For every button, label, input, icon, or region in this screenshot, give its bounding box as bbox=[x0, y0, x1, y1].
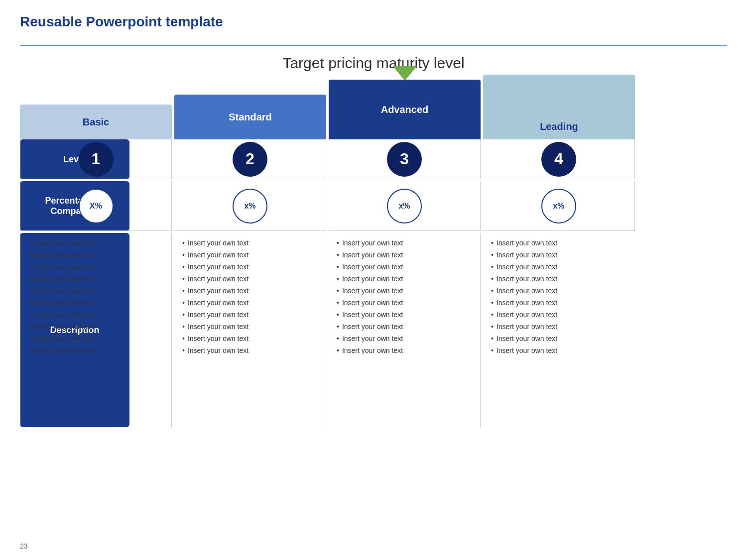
bullet: • bbox=[491, 251, 494, 259]
list-item: • Insert your own text bbox=[337, 299, 472, 307]
list-item: • Insert your own text bbox=[182, 323, 318, 331]
pct-circle-leading: x% bbox=[541, 189, 576, 224]
column-leading: Leading 4 x% • Insert your own text • In… bbox=[483, 75, 635, 530]
bullet: • bbox=[337, 251, 339, 259]
level-cell-leading: 4 bbox=[483, 139, 635, 179]
list-item: • Insert your own text bbox=[28, 323, 163, 331]
list-item: • Insert your own text bbox=[28, 251, 163, 259]
list-item: • Insert your own text bbox=[28, 239, 163, 247]
bullet: • bbox=[337, 299, 339, 307]
list-item: • Insert your own text bbox=[182, 287, 318, 295]
list-item: • Insert your own text bbox=[28, 275, 163, 283]
level-circle-1: 1 bbox=[79, 142, 114, 177]
list-item: • Insert your own text bbox=[491, 311, 627, 319]
bullet: • bbox=[28, 323, 31, 331]
list-item: • Insert your own text bbox=[337, 239, 472, 247]
chart-title: Target pricing maturity level bbox=[0, 55, 747, 72]
list-item: • Insert your own text bbox=[491, 323, 627, 331]
pct-cell-standard: x% bbox=[174, 181, 326, 231]
list-item: • Insert your own text bbox=[337, 346, 472, 354]
header-leading: Leading bbox=[483, 75, 635, 139]
header-standard: Standard bbox=[174, 95, 326, 139]
pct-cell-advanced: x% bbox=[329, 181, 481, 231]
list-item: • Insert your own text bbox=[337, 311, 472, 319]
bullet: • bbox=[182, 346, 185, 354]
list-item: • Insert your own text bbox=[491, 287, 627, 295]
level-circle-4: 4 bbox=[541, 142, 576, 177]
list-item: • Insert your own text bbox=[337, 263, 472, 271]
level-circle-2: 2 bbox=[233, 142, 267, 177]
desc-cell-basic: • Insert your own text • Insert your own… bbox=[20, 233, 172, 427]
list-item: • Insert your own text bbox=[337, 335, 472, 342]
desc-cell-leading: • Insert your own text • Insert your own… bbox=[483, 233, 635, 427]
bullet: • bbox=[182, 275, 185, 283]
bullet: • bbox=[337, 311, 339, 319]
level-cell-standard: 2 bbox=[174, 139, 326, 179]
pct-circle-standard: x% bbox=[233, 189, 267, 224]
column-advanced: Advanced 3 x% • Insert your own text • I… bbox=[329, 75, 481, 530]
bullet: • bbox=[491, 299, 494, 307]
bullet: • bbox=[28, 346, 31, 354]
bullet: • bbox=[337, 346, 339, 354]
bullet: • bbox=[182, 251, 185, 259]
list-item: • Insert your own text bbox=[28, 299, 163, 307]
list-item: • Insert your own text bbox=[182, 263, 318, 271]
bullet: • bbox=[28, 263, 31, 271]
bullet: • bbox=[28, 251, 31, 259]
bullet: • bbox=[182, 263, 185, 271]
bullet: • bbox=[182, 299, 185, 307]
pct-circle-basic: X% bbox=[79, 189, 114, 224]
green-arrow-icon bbox=[392, 66, 417, 81]
list-item: • Insert your own text bbox=[491, 251, 627, 259]
list-item: • Insert your own text bbox=[182, 275, 318, 283]
level-circle-3: 3 bbox=[387, 142, 422, 177]
list-item: • Insert your own text bbox=[491, 263, 627, 271]
pct-cell-leading: x% bbox=[483, 181, 635, 231]
list-item: • Insert your own text bbox=[28, 311, 163, 319]
bullet: • bbox=[28, 287, 31, 295]
bullet: • bbox=[337, 323, 339, 331]
header-basic: Basic bbox=[20, 105, 172, 139]
header-advanced: Advanced bbox=[329, 80, 481, 139]
bullet: • bbox=[28, 299, 31, 307]
list-item: • Insert your own text bbox=[491, 346, 627, 354]
list-item: • Insert your own text bbox=[182, 346, 318, 354]
bullet: • bbox=[491, 287, 494, 295]
bullet: • bbox=[337, 287, 339, 295]
bullet: • bbox=[182, 311, 185, 319]
list-item: • Insert your own text bbox=[337, 275, 472, 283]
list-item: • Insert your own text bbox=[28, 263, 163, 271]
level-cell-basic: 1 bbox=[20, 139, 172, 179]
bullet: • bbox=[491, 239, 494, 247]
bullet: • bbox=[491, 275, 494, 283]
pct-circle-advanced: x% bbox=[387, 189, 422, 224]
bullet: • bbox=[28, 311, 31, 319]
list-item: • Insert your own text bbox=[337, 251, 472, 259]
bullet: • bbox=[491, 335, 494, 342]
list-item: • Insert your own text bbox=[491, 239, 627, 247]
list-item: • Insert your own text bbox=[337, 287, 472, 295]
list-item: • Insert your own text bbox=[28, 287, 163, 295]
bullet: • bbox=[28, 239, 31, 247]
desc-cell-advanced: • Insert your own text • Insert your own… bbox=[329, 233, 481, 427]
list-item: • Insert your own text bbox=[491, 335, 627, 342]
bullet: • bbox=[491, 323, 494, 331]
bullet: • bbox=[182, 287, 185, 295]
bullet: • bbox=[182, 239, 185, 247]
list-item: • Insert your own text bbox=[182, 335, 318, 342]
leading-label: Leading bbox=[540, 121, 578, 132]
column-basic: Basic 1 X% • Insert your own text • Inse… bbox=[20, 75, 172, 530]
pct-cell-basic: X% bbox=[20, 181, 172, 231]
level-cell-advanced: 3 bbox=[329, 139, 481, 179]
main-content: Level Percentage of Companies Descriptio… bbox=[20, 75, 727, 530]
column-standard: Standard 2 x% • Insert your own text • I… bbox=[174, 75, 326, 530]
bullet: • bbox=[337, 263, 339, 271]
bullet: • bbox=[337, 239, 339, 247]
bullet: • bbox=[28, 335, 31, 342]
bullet: • bbox=[182, 335, 185, 342]
desc-cell-standard: • Insert your own text • Insert your own… bbox=[174, 233, 326, 427]
list-item: • Insert your own text bbox=[182, 299, 318, 307]
list-item: • Insert your own text bbox=[28, 335, 163, 342]
list-item: • Insert your own text bbox=[182, 311, 318, 319]
list-item: • Insert your own text bbox=[182, 251, 318, 259]
